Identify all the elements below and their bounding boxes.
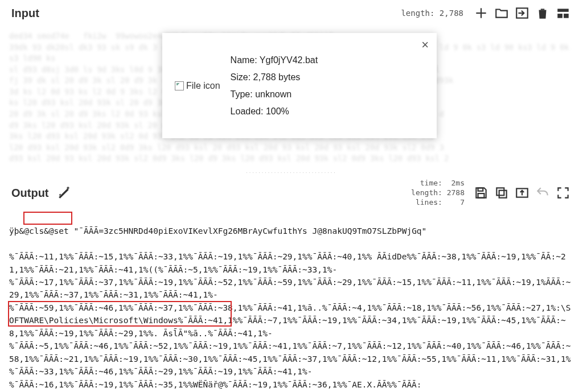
magic-wand-button[interactable] — [56, 184, 73, 201]
undo-button[interactable] — [534, 184, 551, 201]
file-loaded-row: Loaded: 100% — [231, 106, 318, 117]
output-line-4: %¯ÃÃÃ:~59,1%%¯ÃÃÃ:~46,1%%¯ÃÃÃ:~37,1%%¯ÃÃ… — [9, 303, 570, 338]
input-title: Input — [11, 7, 39, 20]
open-folder-button[interactable] — [493, 5, 510, 22]
output-line-2: %¯ÃÃÃ:~11,1%%¯ÃÃÃ:~15,1%%¯ÃÃÃ:~33,1%%¯ÃÃ… — [9, 252, 566, 274]
add-button[interactable] — [473, 5, 490, 22]
layout-button[interactable] — [555, 5, 572, 22]
pane-divider[interactable]: ····························· — [0, 170, 583, 175]
output-title: Output — [11, 187, 49, 200]
svg-rect-7 — [478, 188, 483, 191]
output-line-6: %¯ÃÃÃ:~16,1%%¯ÃÃÃ:~19,1%%¯ÃÃÃ:~35,1%%WËÑ… — [9, 380, 422, 389]
output-line-5: %¯ÃÃÃ:~5,1%%¯ÃÃÃ:~46,1%%¯ÃÃÃ:~52,1%%¯ÃÃÃ… — [9, 341, 570, 376]
svg-rect-4 — [557, 9, 569, 11]
svg-rect-6 — [564, 14, 569, 18]
file-details: Name: Ygf0jYV42.bat Size: 2,788 bytes Ty… — [231, 55, 318, 117]
import-button[interactable] — [514, 5, 531, 22]
output-area[interactable]: ÿþ&@cls&@set "¯ÃÃÃ=3zc5HNRDd40piExoVIKev… — [0, 210, 583, 392]
svg-rect-10 — [496, 188, 504, 196]
close-icon[interactable]: × — [421, 38, 429, 52]
output-title-wrap: Output — [11, 184, 73, 201]
svg-rect-8 — [478, 193, 485, 198]
svg-rect-5 — [557, 14, 563, 18]
output-line-3: %¯ÃÃÃ:~17,1%%¯ÃÃÃ:~37,1%%¯ÃÃÃ:~19,1%%¯ÃÃ… — [9, 278, 570, 299]
file-size-row: Size: 2,788 bytes — [231, 72, 318, 82]
file-type-row: Type: unknown — [231, 89, 318, 100]
save-button[interactable] — [473, 184, 490, 201]
file-name-row: Name: Ygf0jYV42.bat — [231, 55, 318, 65]
clear-button[interactable] — [534, 5, 551, 22]
file-icon: File icon — [175, 81, 220, 91]
move-to-input-button[interactable] — [514, 184, 531, 201]
output-toolbar: time: 2ms length: 2788 lines: 7 — [411, 179, 572, 208]
input-header: Input length: 2,788 — [0, 0, 583, 26]
output-line-1: ÿþ&@cls&@set "¯ÃÃÃ=3zc5HNRDd40piExoVIKev… — [9, 226, 426, 236]
file-info-popup: × File icon Name: Ygf0jYV42.bat Size: 2,… — [162, 33, 437, 138]
broken-image-icon — [175, 81, 184, 90]
input-toolbar: length: 2,788 — [401, 5, 572, 22]
svg-rect-9 — [499, 191, 507, 198]
output-stats: time: 2ms length: 2788 lines: 7 — [411, 179, 465, 208]
input-area[interactable]: ded34 smod74e fki2w 99wowoo2e4d83hfi so9… — [0, 26, 583, 170]
fullscreen-button[interactable] — [555, 184, 572, 201]
output-header: Output time: 2ms length: 2788 lines: 7 — [0, 175, 583, 210]
input-length-label: length: 2,788 — [401, 9, 463, 18]
copy-button[interactable] — [493, 184, 510, 201]
file-icon-alt: File icon — [186, 81, 220, 91]
highlight-cls-set — [23, 212, 72, 225]
